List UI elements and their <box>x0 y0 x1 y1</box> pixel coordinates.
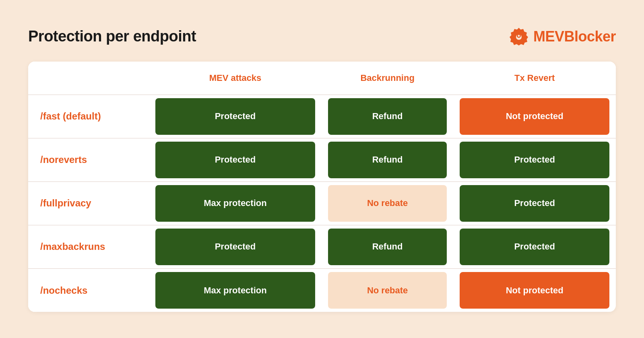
endpoint-label-0: /fast (default) <box>28 95 149 138</box>
col-header-mev: MEV attacks <box>149 62 322 95</box>
cell-inner-mev-1: Protected <box>155 142 315 178</box>
table-header-row: MEV attacks Backrunning Tx Revert <box>28 62 616 95</box>
cell-inner-backrunning-3: Refund <box>328 229 447 265</box>
col-header-endpoint <box>28 62 149 95</box>
cell-txrevert-2: Protected <box>453 181 616 225</box>
cell-mev-2: Max protection <box>149 181 322 225</box>
cell-inner-mev-4: Max protection <box>155 272 315 309</box>
table-row: /fast (default)ProtectedRefundNot protec… <box>28 95 616 138</box>
cell-inner-txrevert-4: Not protected <box>460 272 609 309</box>
table-row: /maxbackrunsProtectedRefundProtected <box>28 225 616 268</box>
endpoint-label-1: /noreverts <box>28 138 149 181</box>
header: Protection per endpoint MEVBlocker <box>28 26 616 47</box>
cell-inner-backrunning-2: No rebate <box>328 185 447 222</box>
cell-backrunning-0: Refund <box>322 95 454 138</box>
cell-backrunning-3: Refund <box>322 225 454 268</box>
cell-txrevert-1: Protected <box>453 138 616 181</box>
cell-inner-mev-2: Max protection <box>155 185 315 222</box>
cell-mev-0: Protected <box>149 95 322 138</box>
cell-mev-4: Max protection <box>149 268 322 312</box>
col-header-txrevert: Tx Revert <box>453 62 616 95</box>
endpoint-label-3: /maxbackruns <box>28 225 149 268</box>
cell-inner-backrunning-0: Refund <box>328 98 447 135</box>
page-title: Protection per endpoint <box>28 28 196 45</box>
cell-backrunning-1: Refund <box>322 138 454 181</box>
endpoint-label-4: /nochecks <box>28 268 149 312</box>
cell-mev-3: Protected <box>149 225 322 268</box>
cell-txrevert-3: Protected <box>453 225 616 268</box>
cell-txrevert-4: Not protected <box>453 268 616 312</box>
brand-name: MEVBlocker <box>533 28 616 45</box>
brand: MEVBlocker <box>509 26 616 47</box>
cell-inner-txrevert-1: Protected <box>460 142 609 178</box>
table-row: /norevertsProtectedRefundProtected <box>28 138 616 181</box>
endpoint-label-2: /fullprivacy <box>28 181 149 225</box>
table-row: /nochecksMax protectionNo rebateNot prot… <box>28 268 616 312</box>
cell-inner-mev-3: Protected <box>155 229 315 265</box>
cell-txrevert-0: Not protected <box>453 95 616 138</box>
cell-backrunning-4: No rebate <box>322 268 454 312</box>
table-row: /fullprivacyMax protectionNo rebateProte… <box>28 181 616 225</box>
cell-backrunning-2: No rebate <box>322 181 454 225</box>
cell-inner-txrevert-0: Not protected <box>460 98 609 135</box>
comparison-table: MEV attacks Backrunning Tx Revert /fast … <box>28 62 616 312</box>
comparison-table-container: MEV attacks Backrunning Tx Revert /fast … <box>28 62 616 312</box>
cell-inner-backrunning-1: Refund <box>328 142 447 178</box>
svg-point-2 <box>518 35 520 37</box>
col-header-backrunning: Backrunning <box>322 62 454 95</box>
mevblocker-icon <box>509 26 528 47</box>
cell-inner-mev-0: Protected <box>155 98 315 135</box>
cell-inner-backrunning-4: No rebate <box>328 272 447 309</box>
cell-mev-1: Protected <box>149 138 322 181</box>
cell-inner-txrevert-2: Protected <box>460 185 609 222</box>
cell-inner-txrevert-3: Protected <box>460 229 609 265</box>
page-wrapper: Protection per endpoint MEVBlocker MEV a… <box>8 10 636 328</box>
